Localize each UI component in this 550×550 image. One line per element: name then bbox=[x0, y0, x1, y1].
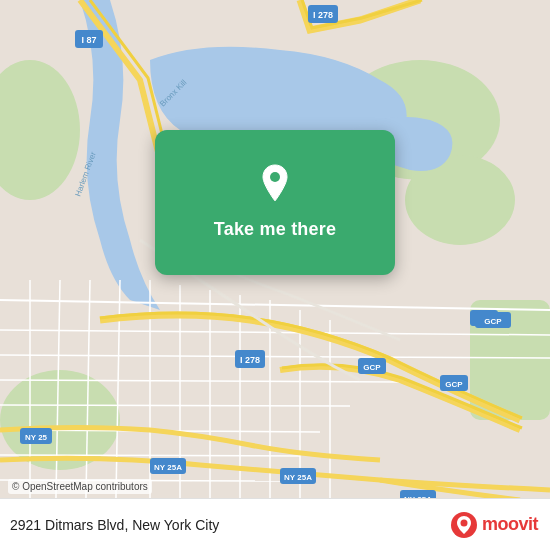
moovit-logo-icon bbox=[450, 511, 478, 539]
map-attribution: © OpenStreetMap contributors bbox=[8, 479, 152, 494]
map-background: I 87 I 278 I 278 GCP GCP GCP NY 25 NY 25… bbox=[0, 0, 550, 550]
bottom-bar: 2921 Ditmars Blvd, New York City moovit bbox=[0, 498, 550, 550]
svg-text:I 278: I 278 bbox=[313, 10, 333, 20]
svg-line-10 bbox=[0, 405, 350, 406]
take-me-there-button[interactable]: Take me there bbox=[202, 215, 348, 244]
svg-text:I 87: I 87 bbox=[81, 35, 96, 45]
moovit-brand-text: moovit bbox=[482, 514, 538, 535]
svg-text:I 278: I 278 bbox=[240, 355, 260, 365]
svg-text:NY 25A: NY 25A bbox=[284, 473, 312, 482]
svg-text:GCP: GCP bbox=[445, 380, 463, 389]
svg-text:NY 25: NY 25 bbox=[25, 433, 48, 442]
map-container: I 87 I 278 I 278 GCP GCP GCP NY 25 NY 25… bbox=[0, 0, 550, 550]
svg-text:NY 25A: NY 25A bbox=[154, 463, 182, 472]
address-label: 2921 Ditmars Blvd, New York City bbox=[10, 517, 219, 533]
svg-text:GCP: GCP bbox=[363, 363, 381, 372]
location-pin-icon bbox=[253, 161, 297, 205]
svg-text:GCP: GCP bbox=[484, 317, 502, 326]
svg-point-51 bbox=[460, 519, 467, 526]
svg-point-49 bbox=[270, 172, 280, 182]
action-card: Take me there bbox=[155, 130, 395, 275]
moovit-logo: moovit bbox=[450, 511, 538, 539]
